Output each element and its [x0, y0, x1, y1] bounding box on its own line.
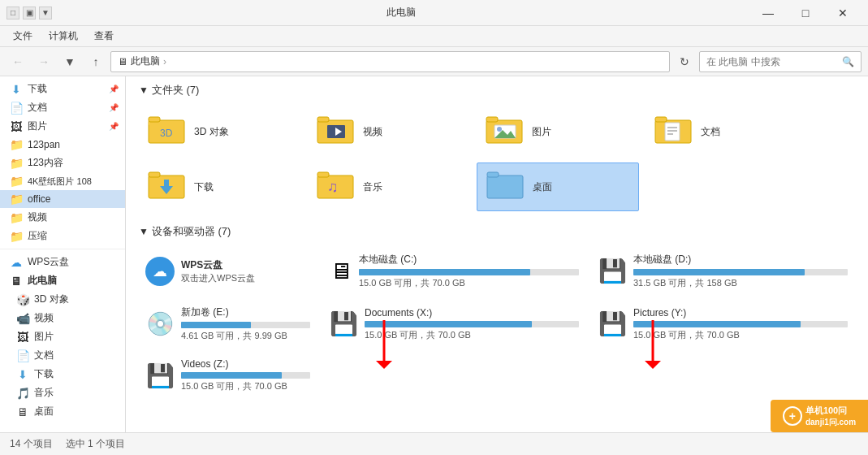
menu-computer[interactable]: 计算机 — [42, 28, 84, 45]
drive-x-info: Documents (X:) 15.0 GB 可用，共 70.0 GB — [365, 307, 579, 341]
sidebar-label-pictures: 图片 — [28, 119, 47, 133]
drives-section-title: ▼ 设备和驱动器 (7) — [139, 224, 855, 239]
folder-icon-123content: 📁 — [10, 157, 23, 170]
drive-c[interactable]: 🖥 本地磁盘 (C:) 15.0 GB 可用，共 70.0 GB — [322, 247, 586, 295]
maximize-button[interactable]: □ — [787, 0, 824, 26]
back-button[interactable]: ← — [6, 50, 29, 73]
svg-marker-28 — [376, 361, 392, 369]
drive-y[interactable]: 💾 Pictures (Y:) 15.0 GB 可用，共 70.0 GB — [591, 300, 855, 348]
folder-icon-videos: 📁 — [10, 211, 23, 224]
address-bar[interactable]: 🖥 此电脑 › — [110, 51, 670, 72]
sidebar-item-office[interactable]: 📁 office — [0, 190, 125, 208]
drive-z[interactable]: 💾 Videos (Z:) 15.0 GB 可用，共 70.0 GB — [139, 353, 317, 398]
pc-documents-icon: 📄 — [16, 349, 29, 362]
wps-drive-subtitle: 双击进入WPS云盘 — [181, 272, 255, 284]
up-button[interactable]: ↑ — [84, 50, 107, 73]
sidebar-label-3dobjects: 3D 对象 — [34, 292, 69, 306]
titlebar-icon-dropdown[interactable]: ▼ — [39, 6, 52, 20]
drive-d[interactable]: 💾 本地磁盘 (D:) 31.5 GB 可用，共 158 GB — [591, 247, 855, 295]
sidebar-item-thispc[interactable]: 🖥 此电脑 — [0, 271, 125, 290]
titlebar-icon-save[interactable]: □ — [6, 6, 19, 20]
item-count: 14 个项目 — [10, 437, 53, 451]
titlebar-controls: — □ ✕ — [749, 0, 862, 26]
sidebar-item-pc-download[interactable]: ⬇ 下载 — [0, 365, 125, 384]
sidebar-item-documents[interactable]: 📄 文档 📌 — [0, 98, 125, 117]
folder-3d-label: 3D 对象 — [194, 125, 229, 139]
refresh-button[interactable]: ↻ — [673, 50, 696, 73]
menu-file[interactable]: 文件 — [6, 28, 39, 45]
sidebar-label-documents: 文档 — [28, 101, 47, 115]
folder-music[interactable]: ♫ 音乐 — [308, 162, 470, 211]
folder-desktop[interactable]: 桌面 — [477, 162, 639, 211]
sidebar-item-pc-documents[interactable]: 📄 文档 — [0, 346, 125, 365]
drive-y-bar — [633, 321, 848, 327]
sidebar-item-pictures[interactable]: 🖼 图片 📌 — [0, 117, 125, 136]
address-separator: › — [163, 56, 166, 67]
folder-picture[interactable]: 图片 — [477, 107, 639, 156]
folders-section-title: ▼ 文件夹 (7) — [139, 83, 855, 98]
minimize-button[interactable]: — — [749, 0, 787, 26]
folder-music-label: 音乐 — [363, 180, 382, 194]
sidebar-item-123content[interactable]: 📁 123内容 — [0, 154, 125, 172]
watermark-content: + 单机100问 danji1问.com — [783, 405, 856, 428]
search-input[interactable] — [706, 56, 839, 67]
folder-desktop-label: 桌面 — [533, 180, 552, 194]
folder-download-label: 下载 — [194, 180, 214, 194]
recent-locations-button[interactable]: ▼ — [58, 50, 81, 73]
folder-download[interactable]: 下载 — [139, 162, 301, 211]
drive-z-icon: 💾 — [146, 362, 175, 389]
menu-view[interactable]: 查看 — [88, 28, 120, 45]
drive-z-space: 15.0 GB 可用，共 70.0 GB — [181, 380, 310, 392]
drives-arrow: ▼ — [139, 226, 149, 237]
folder-3d-icon: 3D — [147, 112, 186, 152]
folder-document[interactable]: 文档 — [646, 107, 808, 156]
sidebar-item-123pan[interactable]: 📁 123pan — [0, 136, 125, 154]
wps-cloud-icon: ☁ — [10, 256, 23, 269]
sidebar-label-pc-desktop: 桌面 — [34, 405, 54, 418]
folders-title-text: 文件夹 (7) — [152, 83, 200, 98]
sidebar-label-4k: 4K壁纸图片 108 — [28, 176, 92, 188]
svg-rect-25 — [487, 176, 523, 198]
drive-y-icon: 💾 — [598, 310, 627, 337]
drive-e-info: 新加卷 (E:) 4.61 GB 可用，共 9.99 GB — [181, 306, 310, 342]
drive-y-name: Pictures (Y:) — [633, 307, 848, 318]
drives-title-text: 设备和驱动器 (7) — [152, 224, 231, 239]
sidebar-label-pc-music: 音乐 — [34, 386, 54, 400]
watermark-line2: danji1问.com — [805, 417, 856, 428]
sidebar-item-pc-desktop[interactable]: 🖥 桌面 — [0, 402, 125, 421]
close-button[interactable]: ✕ — [824, 0, 862, 26]
sidebar-label-thispc: 此电脑 — [28, 274, 57, 288]
sidebar-item-download[interactable]: ⬇ 下载 📌 — [0, 80, 125, 98]
sidebar-item-pc-music[interactable]: 🎵 音乐 — [0, 384, 125, 402]
sidebar-item-4k[interactable]: 📁 4K壁纸图片 108 — [0, 172, 125, 190]
search-bar[interactable]: 🔍 — [699, 51, 862, 72]
sidebar-item-compress[interactable]: 📁 压缩 — [0, 227, 125, 245]
drive-c-space: 15.0 GB 可用，共 70.0 GB — [359, 277, 579, 289]
forward-button[interactable]: → — [32, 50, 55, 73]
sidebar-item-wps[interactable]: ☁ WPS云盘 — [0, 253, 125, 271]
sidebar-item-3dobjects[interactable]: 🎲 3D 对象 — [0, 290, 125, 309]
drive-d-space: 31.5 GB 可用，共 158 GB — [633, 277, 848, 289]
wps-cloud-drive-icon: ☁ — [145, 257, 175, 286]
sidebar-label-videos: 视频 — [28, 210, 47, 224]
sidebar-item-pc-videos[interactable]: 📹 视频 — [0, 309, 125, 327]
watermark-line1: 单机100问 — [805, 405, 856, 417]
statusbar: 14 个项目 选中 1 个项目 — [0, 432, 868, 455]
sidebar-label-wps: WPS云盘 — [28, 255, 69, 269]
titlebar-icon-folder[interactable]: ▣ — [23, 6, 36, 20]
drive-z-bar — [181, 372, 310, 379]
wps-drive-info: WPS云盘 双击进入WPS云盘 — [181, 258, 255, 284]
sidebar-item-videos[interactable]: 📁 视频 — [0, 208, 125, 227]
folder-video[interactable]: 视频 — [308, 107, 470, 156]
sidebar-item-pc-pictures[interactable]: 🖼 图片 — [0, 327, 125, 346]
drive-wps[interactable]: ☁ WPS云盘 双击进入WPS云盘 — [139, 247, 317, 295]
pc-music-icon: 🎵 — [16, 387, 29, 400]
drive-x[interactable]: 💾 Documents (X:) 15.0 GB 可用，共 70.0 GB — [322, 300, 586, 348]
pc-pictures-icon: 🖼 — [16, 331, 29, 344]
content-area: ▼ 文件夹 (7) 3D 3D 对象 — [126, 76, 868, 432]
sidebar-label-compress: 压缩 — [28, 229, 47, 243]
folder-3dobject[interactable]: 3D 3D 对象 — [139, 107, 301, 156]
drive-e[interactable]: 💿 新加卷 (E:) 4.61 GB 可用，共 9.99 GB — [139, 300, 317, 348]
svg-marker-30 — [645, 361, 661, 369]
address-prefix: 此电脑 — [131, 54, 160, 68]
